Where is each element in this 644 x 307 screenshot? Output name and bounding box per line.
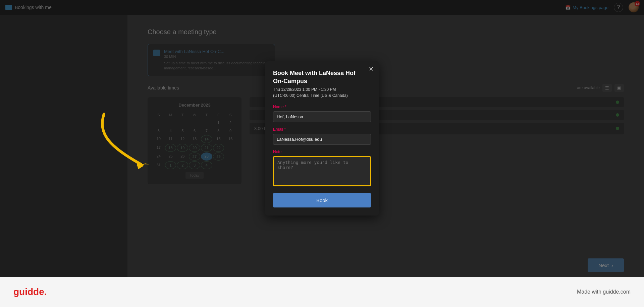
note-label: Note bbox=[273, 149, 371, 154]
guidde-logo: guidde. bbox=[13, 287, 47, 297]
email-label: Email * bbox=[273, 127, 371, 132]
name-input[interactable] bbox=[273, 111, 371, 122]
modal-overlay: ✕ Book Meet with LaNessa Hof On-Campus T… bbox=[0, 0, 644, 277]
made-with-text: Made with guidde.com bbox=[577, 289, 631, 295]
arrow-annotation bbox=[84, 107, 171, 176]
note-textarea[interactable] bbox=[273, 156, 371, 186]
svg-marker-0 bbox=[136, 158, 151, 172]
name-label: Name * bbox=[273, 105, 371, 109]
modal-close-button[interactable]: ✕ bbox=[369, 65, 374, 73]
book-button[interactable]: Book bbox=[273, 193, 371, 207]
email-input[interactable] bbox=[273, 134, 371, 145]
arrow-svg bbox=[84, 107, 171, 174]
logo-text: guidde. bbox=[13, 287, 47, 297]
booking-modal: ✕ Book Meet with LaNessa Hof On-Campus T… bbox=[265, 61, 379, 216]
modal-title: Book Meet with LaNessa Hof On-Campus bbox=[273, 69, 371, 85]
bottom-bar: guidde. Made with guidde.com bbox=[0, 277, 644, 307]
modal-timezone: (UTC-06:00) Central Time (US & Canada) bbox=[273, 93, 371, 98]
modal-datetime: Thu 12/28/2023 1:00 PM - 1:30 PM bbox=[273, 87, 371, 92]
